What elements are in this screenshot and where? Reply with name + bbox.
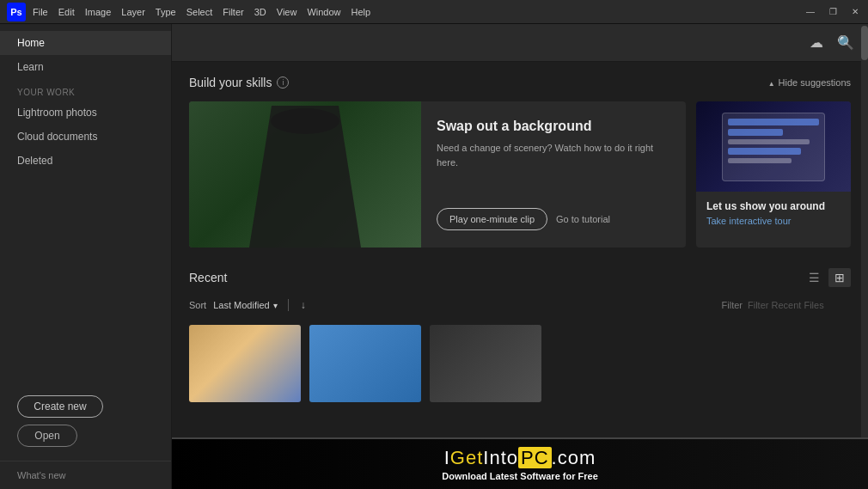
wm-domain: .com [552,447,596,468]
menu-edit[interactable]: Edit [58,7,75,17]
mock-bar-1 [728,119,819,125]
menu-select[interactable]: Select [186,7,213,17]
cloud-icon[interactable]: ☁ [810,34,823,51]
restore-button[interactable]: ❐ [827,6,839,18]
main-content: ☁ 🔍 Build your skills i Hide suggestions [172,24,868,489]
menu-type[interactable]: Type [156,7,176,17]
hide-suggestions-label: Hide suggestions [779,77,851,88]
menu-layer[interactable]: Layer [121,7,145,17]
scrollbar-thumb[interactable] [861,26,868,60]
menu-bar: File Edit Image Layer Type Select Filter… [33,7,798,17]
wm-into: Into [483,447,518,468]
sort-label: Sort [189,300,206,310]
chevron-up-icon [768,77,775,88]
sidebar-whats-new[interactable]: What's new [0,461,171,489]
recent-title: Recent [189,271,227,284]
filter-input[interactable] [748,300,851,310]
mock-text-2 [728,158,792,163]
window-controls: — ❐ ✕ [804,6,861,18]
secondary-skill-card: Let us show you around Take interactive … [696,101,851,248]
menu-help[interactable]: Help [351,7,371,17]
secondary-card-title: Let us show you around [706,200,840,212]
menu-file[interactable]: File [33,7,48,17]
card-image [189,101,421,248]
thumbnail-item[interactable] [189,325,301,402]
main-skill-card: Swap out a background Need a change of s… [189,101,686,248]
sort-chevron-icon [273,300,278,310]
filter-area: Filter [722,300,851,310]
menu-view[interactable]: View [277,7,297,17]
open-button[interactable]: Open [17,425,77,447]
watermark-content: IGetIntoPC.com Download Latest Software … [442,447,598,481]
watermark-banner: IGetIntoPC.com Download Latest Software … [172,437,868,489]
sort-bar: Sort Last Modified ↓ Filter [189,297,851,313]
go-to-tutorial-button[interactable]: Go to tutorial [556,208,610,230]
content-area: Build your skills i Hide suggestions [172,62,868,489]
create-new-button[interactable]: Create new [17,395,103,418]
grid-view-button[interactable]: ⊞ [828,268,851,287]
sidebar-nav: Home Learn YOUR WORK Lightroom photos Cl… [0,24,171,382]
wm-get: Get [450,447,483,468]
app-body: Home Learn YOUR WORK Lightroom photos Cl… [0,24,868,489]
skills-info-icon[interactable]: i [277,76,289,89]
wm-pc: PC [518,447,552,468]
sort-select[interactable]: Last Modified [213,300,277,310]
filter-label: Filter [722,300,743,310]
sidebar-actions: Create new Open [0,382,171,461]
mock-ui-graphic [722,113,825,181]
thumbnail-item[interactable] [309,325,421,402]
watermark-subtitle: Download Latest Software for Free [442,471,598,481]
menu-window[interactable]: Window [307,7,340,17]
title-bar: Ps File Edit Image Layer Type Select Fil… [0,0,868,24]
sidebar-item-deleted[interactable]: Deleted [0,149,171,173]
close-button[interactable]: ✕ [849,6,861,18]
view-toggle: ☰ ⊞ [803,268,851,287]
take-tour-link[interactable]: Take interactive tour [706,216,840,226]
secondary-card-text: Let us show you around Take interactive … [696,192,851,235]
card-text: Swap out a background Need a change of s… [421,101,686,248]
skills-title: Build your skills i [189,76,289,89]
hide-suggestions-button[interactable]: Hide suggestions [768,77,851,88]
sidebar-item-cloud-docs[interactable]: Cloud documents [0,125,171,149]
ps-logo: Ps [7,3,26,21]
skills-header: Build your skills i Hide suggestions [189,76,851,89]
thumbnail-strip [189,325,851,402]
menu-filter[interactable]: Filter [223,7,243,17]
secondary-card-visual [696,101,851,192]
sidebar-section-your-work: YOUR WORK [0,79,171,101]
sidebar-item-learn[interactable]: Learn [0,55,171,79]
minimize-button[interactable]: — [804,6,816,18]
recent-header: Recent ☰ ⊞ [189,268,851,287]
scrollbar-track [861,24,868,489]
top-bar: ☁ 🔍 [172,24,868,62]
card-buttons: Play one-minute clip Go to tutorial [437,208,670,230]
sidebar: Home Learn YOUR WORK Lightroom photos Cl… [0,24,172,489]
sort-order-button[interactable]: ↓ [299,297,308,313]
photo-person [249,106,361,248]
sort-value: Last Modified [213,300,269,310]
card-title: Swap out a background [437,119,670,134]
sidebar-item-lightroom[interactable]: Lightroom photos [0,101,171,125]
menu-image[interactable]: Image [85,7,112,17]
skills-cards: Swap out a background Need a change of s… [189,101,851,248]
wm-i: I [444,447,450,468]
watermark-title: IGetIntoPC.com [444,447,596,469]
play-clip-button[interactable]: Play one-minute clip [437,208,547,230]
secondary-card-image [696,101,851,192]
sidebar-item-home[interactable]: Home [0,31,171,55]
list-view-button[interactable]: ☰ [803,268,825,287]
skills-title-text: Build your skills [189,76,272,89]
mock-text-1 [728,139,810,144]
card-description: Need a change of scenery? Watch how to d… [437,141,670,169]
sort-divider [288,299,289,311]
menu-3d[interactable]: 3D [254,7,266,17]
mock-bar-2 [728,129,783,136]
photo-background [189,101,421,248]
mock-bar-3 [728,148,801,155]
thumbnail-item[interactable] [430,325,541,402]
search-icon[interactable]: 🔍 [837,34,854,51]
